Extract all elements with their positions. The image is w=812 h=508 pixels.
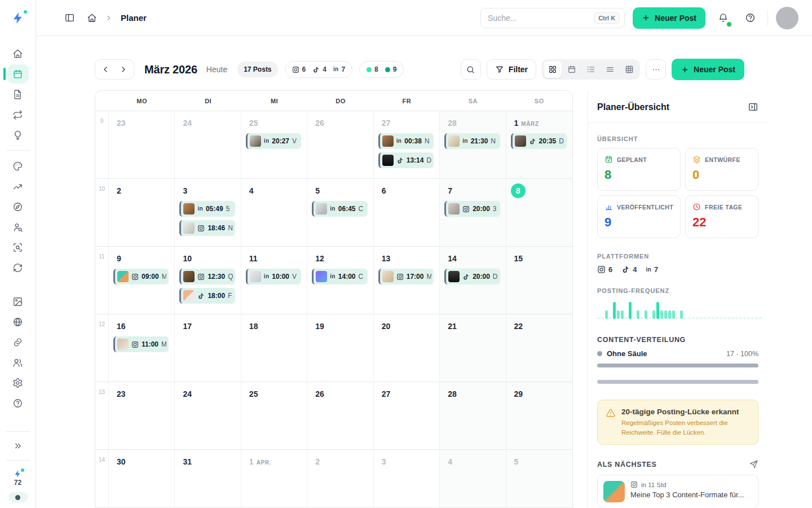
sidebar-item-link[interactable]	[7, 332, 29, 352]
sidebar-item-image[interactable]	[7, 292, 29, 311]
sidebar-item-lightbulb[interactable]	[7, 125, 29, 144]
user-avatar[interactable]	[776, 7, 798, 29]
day-cell-3[interactable]: 3in05:49518:46N	[175, 179, 241, 246]
calendar-event[interactable]: 12:30Q	[179, 269, 235, 284]
day-cell-15[interactable]: 15	[506, 247, 572, 314]
sidebar-item-home[interactable]	[7, 44, 29, 63]
day-cell-21[interactable]: 21	[440, 314, 506, 382]
day-cell-7[interactable]: 720:003	[440, 179, 506, 246]
notifications-button[interactable]	[713, 8, 732, 28]
calendar-event[interactable]: 13:14D	[378, 152, 434, 168]
day-cell-27[interactable]: 27in00:38N13:14D	[374, 111, 440, 178]
sidebar-item-recycle[interactable]	[7, 258, 29, 277]
day-cell-23[interactable]: 23	[109, 382, 175, 449]
day-cell-29[interactable]: 29	[506, 382, 572, 449]
day-cell-26[interactable]: 26	[307, 382, 373, 449]
day-cell-4[interactable]: 4	[241, 179, 307, 246]
day-cell-8[interactable]: 8	[506, 179, 572, 246]
search-input[interactable]	[488, 14, 594, 23]
calendar-event[interactable]: 09:00M	[113, 269, 169, 284]
day-cell-5[interactable]: 5in06:45C	[307, 179, 373, 246]
day-cell-27[interactable]: 27	[374, 382, 440, 449]
calendar-event[interactable]: 20:00D	[444, 269, 500, 284]
day-cell-12[interactable]: 12in14:00C	[307, 247, 373, 314]
day-cell-28[interactable]: 28in21:30N	[440, 111, 506, 178]
day-cell-9[interactable]: 909:00M	[109, 247, 175, 314]
sidebar-item-users[interactable]	[7, 353, 29, 372]
calendar-event[interactable]: in00:38N	[378, 133, 434, 149]
sidebar-item-compass[interactable]	[7, 197, 29, 216]
day-cell-13[interactable]: 1317:00M	[374, 247, 440, 314]
day-cell-1[interactable]: 1APR.	[241, 450, 307, 508]
sidebar-item-file-text[interactable]	[7, 85, 29, 104]
view-layout-grid-button[interactable]	[544, 61, 562, 78]
calendar-event[interactable]: in21:30N	[444, 133, 500, 149]
filter-button[interactable]: Filter	[487, 59, 536, 80]
day-cell-19[interactable]: 19	[307, 314, 373, 382]
new-post-button-header[interactable]: Neuer Post	[633, 7, 705, 29]
day-cell-6[interactable]: 6	[374, 179, 440, 246]
sidebar-item-globe[interactable]	[7, 312, 29, 331]
day-cell-31[interactable]: 31	[175, 450, 241, 508]
day-cell-16[interactable]: 1611:00M	[109, 314, 175, 382]
next-post-card[interactable]: in 11 StdMeine Top 3 Content-Formate für…	[597, 475, 758, 508]
calendar-event[interactable]: in20:27V	[246, 133, 301, 149]
day-cell-11[interactable]: 11in10:00V	[241, 247, 307, 314]
day-cell-17[interactable]: 17	[175, 314, 241, 382]
day-cell-30[interactable]: 30	[109, 450, 175, 508]
sidebar-item-calendar[interactable]	[7, 64, 29, 84]
day-cell-24[interactable]: 24	[175, 382, 241, 449]
day-cell-1[interactable]: 1MÄRZ20:35D	[506, 111, 572, 178]
send-button[interactable]	[749, 459, 758, 469]
sidebar-item-trending-up[interactable]	[7, 177, 29, 196]
calendar-event[interactable]: in14:00C	[312, 269, 367, 284]
collapse-rail-button[interactable]	[7, 436, 29, 456]
collapse-panel-button[interactable]	[748, 102, 758, 112]
prev-month-button[interactable]	[96, 60, 114, 78]
search-calendar-button[interactable]	[461, 59, 481, 80]
day-cell-10[interactable]: 1012:30Q18:00F	[175, 247, 241, 314]
day-cell-2[interactable]: 2	[307, 450, 373, 508]
sidebar-item-scan-search[interactable]	[7, 238, 29, 257]
view-rows-button[interactable]	[601, 61, 619, 78]
sidebar-item-user-search[interactable]	[7, 217, 29, 237]
sidebar-item-settings[interactable]	[7, 373, 29, 392]
calendar-event[interactable]: 11:00M	[113, 336, 169, 352]
day-cell-4[interactable]: 4	[440, 450, 506, 508]
today-button[interactable]: Heute	[206, 65, 227, 74]
breadcrumb-home-button[interactable]	[87, 13, 97, 23]
day-cell-23[interactable]: 23	[109, 111, 175, 178]
calendar-event[interactable]: 20:003	[444, 201, 500, 217]
day-cell-28[interactable]: 28	[440, 382, 506, 449]
view-list-button[interactable]	[582, 61, 600, 78]
calendar-event[interactable]: in10:00V	[246, 269, 301, 284]
calendar-event[interactable]: 18:00F	[179, 288, 235, 304]
calendar-event[interactable]: in05:495	[179, 201, 235, 217]
view-calendar-button[interactable]	[563, 61, 581, 78]
calendar-event[interactable]: 20:35D	[511, 133, 567, 149]
day-cell-22[interactable]: 22	[506, 314, 572, 382]
sidebar-toggle-button[interactable]	[60, 8, 79, 28]
calendar-event[interactable]: 17:00M	[378, 269, 434, 284]
more-options-button[interactable]	[646, 59, 666, 80]
sidebar-item-palette[interactable]	[7, 156, 29, 176]
day-cell-24[interactable]: 24	[175, 111, 241, 178]
day-cell-3[interactable]: 3	[374, 450, 440, 508]
sidebar-item-repeat[interactable]	[7, 105, 29, 124]
help-button[interactable]	[740, 8, 760, 28]
day-cell-26[interactable]: 26	[307, 111, 373, 178]
calendar-event[interactable]: in06:45C	[312, 201, 367, 217]
sidebar-item-help[interactable]	[7, 393, 29, 413]
theme-toggle[interactable]	[8, 492, 28, 502]
new-post-button-toolbar[interactable]: Neuer Post	[672, 59, 744, 80]
day-cell-25[interactable]: 25in20:27V	[241, 111, 307, 178]
day-cell-25[interactable]: 25	[241, 382, 307, 449]
day-cell-18[interactable]: 18	[241, 314, 307, 382]
view-table-button[interactable]	[620, 61, 638, 78]
day-cell-20[interactable]: 20	[374, 314, 440, 382]
credits-indicator[interactable]: 72	[14, 470, 22, 487]
day-cell-2[interactable]: 2	[109, 179, 175, 246]
day-cell-5[interactable]: 5	[506, 450, 572, 508]
day-cell-14[interactable]: 1420:00D	[440, 247, 506, 314]
app-logo[interactable]	[0, 0, 36, 36]
